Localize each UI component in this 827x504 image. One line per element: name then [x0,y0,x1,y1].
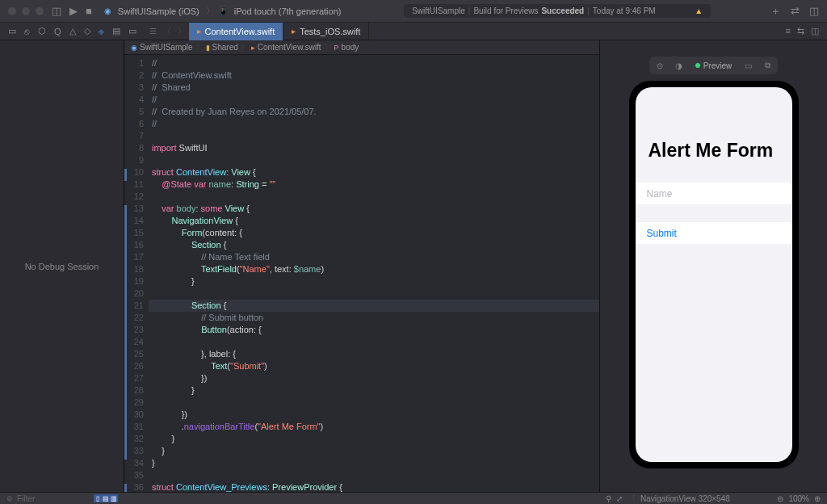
nav-test-icon[interactable]: ◇ [84,26,90,36]
preview-action-icon[interactable]: ⊙ [653,58,667,73]
swift-file-icon: ▸ [197,27,201,36]
device-screen[interactable]: Alert Me Form Name Submit [636,87,792,462]
swift-file-icon: ▸ [251,44,255,52]
tab-contentview[interactable]: ▸ ContentView.swift [189,23,284,40]
device-frame: Alert Me Form Name Submit [629,81,799,468]
nav-report-icon[interactable]: ▭ [128,26,136,36]
scheme-selector[interactable]: ◉ SwiftUISample (iOS) 〉 📱 iPod touch (7t… [104,5,345,18]
property-icon: P [334,44,339,52]
run-button[interactable]: ▶ [69,5,78,17]
library-icon[interactable]: ⇄ [791,5,800,17]
live-led-icon [695,63,700,68]
device-icon: 📱 [218,6,228,15]
debug-navigator: No Debug Session [0,40,124,492]
warning-icon[interactable]: ▲ [695,6,703,15]
line-gutter: 1234567891011121314151617181920212223242… [124,57,149,492]
minimize-window[interactable] [22,7,30,15]
editor-options-icon[interactable]: ≡ [786,26,791,36]
pin-icon[interactable]: ⚲ [606,494,611,503]
scheme-device: iPod touch (7th generation) [231,5,345,18]
tab-label: Tests_iOS.swift [300,27,360,36]
nav-issue-icon[interactable]: △ [69,26,76,36]
canvas-preview: ⊙ ◑ Preview ▭ ⧉ Alert Me Form Name [599,40,827,492]
add-icon[interactable]: ＋ [770,4,781,19]
code-area[interactable]: 1234567891011121314151617181920212223242… [124,55,599,492]
forward-icon[interactable]: 〉 [174,26,189,37]
status-result: Succeeded [541,6,584,15]
swift-file-icon: ▸ [292,27,296,36]
zoom-fit-icon[interactable]: ⤢ [616,494,623,503]
app-icon: ◉ [104,6,111,15]
nav-find-icon[interactable]: Q [54,27,61,36]
zoom-level[interactable]: 100% [788,494,809,503]
status-project: SwiftUISample [412,6,465,15]
nav-breakpoint-icon[interactable]: ▤ [112,26,120,36]
preview-info: NavigationView 320×548 [640,494,730,503]
zoom-window[interactable] [36,7,44,15]
bottom-bar: ⊚ Filter ▯▤▥ ⚲ ⤢ 〈 NavigationView 320×54… [0,492,827,504]
window-controls [8,7,44,15]
nav-symbol-icon[interactable]: ⬡ [38,26,46,36]
nav-project-icon[interactable]: ▭ [8,26,16,36]
sidebar-toggle-icon[interactable]: ◫ [52,5,61,17]
tab-tests[interactable]: ▸ Tests_iOS.swift [283,23,369,40]
adjust-icon[interactable]: ⇆ [797,26,804,36]
preview-debug-icon[interactable]: ◑ [672,58,686,73]
scope-buttons[interactable]: ▯▤▥ [94,494,118,502]
folder-icon: ▮ [206,44,210,52]
titlebar: ◫ ▶ ■ ◉ SwiftUISample (iOS) 〉 📱 iPod tou… [0,0,827,23]
scheme-target: SwiftUISample (iOS) [115,5,203,18]
inspector-toggle-icon[interactable]: ◫ [809,5,819,17]
filter-icon[interactable]: ⊚ [6,494,13,502]
back-icon[interactable]: 〈 [160,26,174,37]
preview-controls: ⊙ ◑ Preview ▭ ⧉ [649,57,779,74]
name-textfield[interactable]: Name [636,183,792,204]
stop-button[interactable]: ■ [86,5,92,17]
filter-field[interactable]: Filter [17,494,35,503]
submit-button[interactable]: Submit [636,222,792,244]
nav-debug-icon[interactable]: ⎆ [99,27,104,36]
duplicate-preview-icon[interactable]: ⧉ [760,58,775,73]
status-time: Today at 9:46 PM [593,6,656,15]
no-debug-message: No Debug Session [25,262,99,271]
editor-path-bar[interactable]: ◉ SwiftUISample 〉 ▮ Shared 〉 ▸ ContentVi… [124,40,599,55]
activity-status[interactable]: SwiftUISample | Build for Previews Succe… [404,4,711,18]
add-editor-icon[interactable]: ◫ [811,26,819,36]
zoom-out-icon[interactable]: ⊖ [777,494,783,503]
project-icon: ◉ [131,44,137,52]
navigator-tab-bar: ▭ ⎋ ⬡ Q △ ◇ ⎆ ▤ ▭ ☰ 〈 〉 ▸ ContentView.sw… [0,23,827,40]
related-items-icon[interactable]: ☰ [146,27,160,36]
code-lines[interactable]: //// ContentView.swift// Shared//// Crea… [149,57,599,492]
close-window[interactable] [8,7,16,15]
device-settings-icon[interactable]: ▭ [741,58,755,73]
zoom-in-icon[interactable]: ⊕ [814,494,821,503]
source-editor: ◉ SwiftUISample 〉 ▮ Shared 〉 ▸ ContentVi… [124,40,599,492]
nav-title: Alert Me Form [636,132,792,168]
tab-label: ContentView.swift [205,27,275,36]
live-preview-toggle[interactable]: Preview [691,61,737,70]
nav-source-icon[interactable]: ⎋ [24,27,30,36]
status-action: Build for Previews [473,6,538,15]
